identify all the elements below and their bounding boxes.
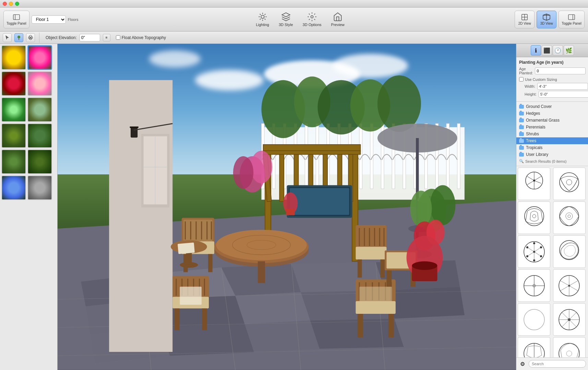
float-above-checkbox[interactable] bbox=[116, 35, 120, 40]
folder-icon-user-library bbox=[519, 153, 524, 157]
grid-plant-10[interactable] bbox=[553, 303, 586, 336]
svg-line-177 bbox=[527, 181, 534, 185]
custom-sizing-checkbox[interactable] bbox=[519, 77, 524, 82]
height-label: Height: bbox=[525, 92, 537, 96]
category-user-library[interactable]: User Library bbox=[516, 151, 588, 158]
gear-button[interactable]: ⚙ bbox=[518, 360, 527, 368]
grid-plant-7[interactable] bbox=[518, 269, 550, 302]
grid-plant-4[interactable] bbox=[553, 201, 586, 234]
toggle-panel-right-button[interactable]: Toggle Panel bbox=[559, 11, 585, 28]
object-tab[interactable]: ⬛ bbox=[542, 45, 552, 56]
category-ground-cover[interactable]: Ground Cover bbox=[516, 103, 588, 110]
plant-tab[interactable]: 🌿 bbox=[564, 45, 574, 56]
svg-point-162 bbox=[180, 262, 198, 268]
svg-rect-165 bbox=[386, 270, 392, 287]
svg-point-103 bbox=[233, 156, 253, 189]
canvas-area[interactable] bbox=[58, 44, 516, 370]
preview-tool[interactable]: Preview bbox=[329, 11, 347, 28]
plant-thumbnail-yellow-flower[interactable] bbox=[1, 45, 26, 70]
age-planted-label: Age Planted: bbox=[519, 67, 533, 75]
category-ornamental-grass[interactable]: Ornamental Grass bbox=[516, 117, 588, 124]
lighting-label: Lighting bbox=[256, 23, 269, 27]
plant-thumbnail-grass[interactable] bbox=[1, 97, 26, 122]
grid-plant-3[interactable] bbox=[518, 201, 550, 234]
svg-line-199 bbox=[527, 247, 534, 252]
width-input[interactable] bbox=[537, 83, 588, 90]
3d-options-tool[interactable]: 3D Options bbox=[301, 11, 324, 28]
plant-thumbnail-shrub2[interactable] bbox=[27, 175, 52, 200]
panel-tabs: ℹ ⬛ 🕐 🌿 bbox=[516, 44, 588, 57]
category-tropicals[interactable]: Tropicals bbox=[516, 144, 588, 151]
toggle-panel-left-button[interactable]: Toggle Panel bbox=[3, 11, 29, 28]
svg-point-183 bbox=[560, 207, 579, 226]
grid-plant-8[interactable] bbox=[553, 269, 586, 302]
history-tab[interactable]: 🕐 bbox=[553, 45, 563, 56]
svg-rect-72 bbox=[109, 80, 172, 352]
svg-point-102 bbox=[251, 151, 272, 183]
plant-thumbnail-pink-flower[interactable] bbox=[27, 71, 52, 96]
search-results-item[interactable]: 🔍 Search Results (0 items) bbox=[516, 158, 588, 164]
plant-thumbnail-tree4[interactable] bbox=[27, 149, 52, 174]
svg-rect-79 bbox=[130, 126, 138, 128]
elevation-menu-button[interactable]: ≡ bbox=[103, 34, 110, 41]
close-button[interactable] bbox=[3, 2, 7, 6]
svg-rect-135 bbox=[356, 247, 386, 259]
svg-rect-114 bbox=[258, 261, 265, 283]
category-hedges[interactable]: Hedges bbox=[516, 110, 588, 117]
grid-plant-2[interactable] bbox=[553, 168, 586, 200]
svg-point-19 bbox=[17, 36, 20, 38]
2d-view-button[interactable]: 2D View bbox=[515, 11, 535, 28]
svg-line-174 bbox=[534, 176, 541, 181]
svg-rect-146 bbox=[175, 308, 180, 330]
hedges-label: Hedges bbox=[526, 111, 540, 116]
category-shrubs[interactable]: Shrubs bbox=[516, 131, 588, 137]
3d-view-button[interactable]: 3D View bbox=[537, 11, 556, 28]
plant-thumbnail-red-flower[interactable] bbox=[1, 71, 26, 96]
plant-thumbnail-blue-flower[interactable] bbox=[1, 175, 26, 200]
plant-thumbnail-tree1[interactable] bbox=[1, 123, 26, 148]
brush-tool-button[interactable] bbox=[26, 33, 35, 42]
age-planted-input[interactable] bbox=[535, 67, 586, 74]
width-row: Width: bbox=[519, 83, 585, 90]
ornamental-grass-label: Ornamental Grass bbox=[526, 118, 560, 123]
pointer-tool-button[interactable] bbox=[3, 33, 12, 42]
svg-rect-118 bbox=[183, 220, 213, 241]
plant-tool-button[interactable] bbox=[14, 33, 23, 42]
folder-icon-hedges bbox=[519, 112, 524, 115]
category-perennials[interactable]: Perennials bbox=[516, 124, 588, 131]
minimize-button[interactable] bbox=[9, 2, 13, 6]
grid-plant-6[interactable] bbox=[553, 235, 586, 268]
svg-point-185 bbox=[568, 215, 571, 218]
preview-label: Preview bbox=[331, 23, 345, 27]
svg-point-181 bbox=[525, 207, 544, 226]
maximize-button[interactable] bbox=[15, 2, 19, 6]
folder-icon-shrubs bbox=[519, 132, 524, 136]
plant-thumbnail-tree2[interactable] bbox=[27, 123, 52, 148]
grid-plant-1[interactable] bbox=[518, 168, 550, 200]
svg-point-220 bbox=[566, 351, 572, 356]
title-bar bbox=[0, 0, 588, 8]
height-input[interactable] bbox=[539, 91, 588, 98]
grid-plant-5[interactable] bbox=[518, 235, 550, 268]
search-input[interactable] bbox=[529, 360, 586, 368]
plant-thumbnail-green-shrub[interactable] bbox=[27, 45, 52, 70]
floors-select[interactable]: Floor 1 bbox=[32, 15, 66, 24]
grid-plant-11[interactable] bbox=[518, 337, 550, 357]
plant-thumbnail-shrub[interactable] bbox=[27, 97, 52, 122]
lighting-tool[interactable]: Lighting bbox=[254, 11, 271, 28]
plant-thumbnail-tree3[interactable] bbox=[1, 149, 26, 174]
custom-sizing-row: Use Custom Sizing bbox=[519, 77, 585, 82]
svg-point-71 bbox=[377, 75, 421, 132]
svg-point-180 bbox=[566, 180, 572, 185]
3d-options-label: 3D Options bbox=[303, 23, 322, 27]
grid-plant-12[interactable] bbox=[553, 337, 586, 357]
grid-plant-9[interactable] bbox=[518, 303, 550, 336]
3d-style-tool[interactable]: 3D Style bbox=[277, 11, 295, 28]
elevation-input[interactable] bbox=[80, 34, 100, 41]
svg-point-216 bbox=[568, 318, 571, 321]
info-tab[interactable]: ℹ bbox=[531, 45, 541, 56]
svg-rect-163 bbox=[178, 243, 195, 254]
svg-point-2 bbox=[261, 15, 264, 18]
folder-icon-tropicals bbox=[519, 146, 524, 150]
category-trees[interactable]: Trees bbox=[516, 137, 588, 144]
